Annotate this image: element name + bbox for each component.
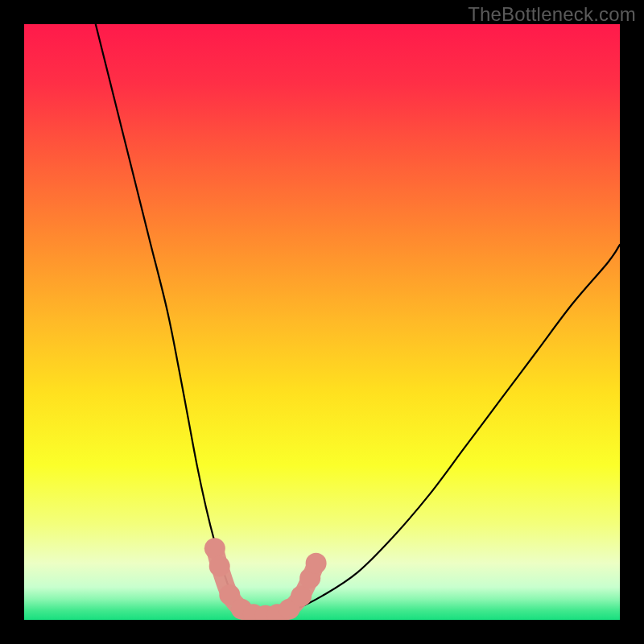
plot-area: [24, 24, 620, 620]
chart-frame: TheBottleneck.com: [0, 0, 644, 644]
svg-rect-0: [24, 24, 620, 620]
watermark-text: TheBottleneck.com: [468, 3, 636, 26]
gradient-background: [24, 24, 620, 620]
